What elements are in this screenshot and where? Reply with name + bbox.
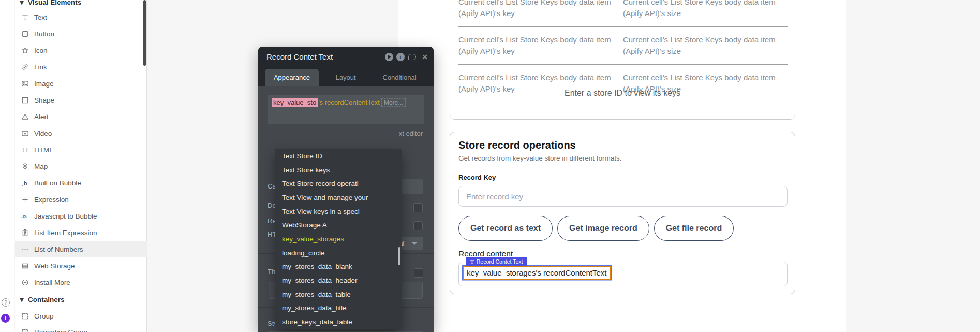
card-subtitle: Get records from key-value store in diff…: [458, 154, 622, 162]
text-expression-field[interactable]: key_value_sto 's recordContentText More.…: [268, 95, 424, 124]
sidebar-section-containers[interactable]: ▾ Containers: [15, 293, 147, 306]
sidebar-item-repeating-group[interactable]: Repeating Group: [15, 324, 147, 332]
key-cell: Current cell's List Store Keys body data…: [458, 0, 624, 19]
preview-play-icon[interactable]: [385, 53, 393, 61]
dropdown-option[interactable]: my_stores_data_table: [275, 287, 402, 301]
sidebar-item-label: Built on Bubble: [34, 179, 81, 187]
get-record-as-text-button[interactable]: Get record as text: [458, 216, 553, 241]
dropdown-option[interactable]: Text Store keys: [275, 163, 402, 177]
sidebar-item-expression[interactable]: Expression: [15, 191, 147, 208]
rich-text-editor-link[interactable]: xt editor: [399, 129, 423, 137]
expression-dynamic-token[interactable]: 's recordContentText: [318, 98, 380, 106]
panel-tabs: AppearanceLayoutConditional: [258, 67, 434, 86]
selected-text-element[interactable]: key_value_storages's recordContentText: [463, 266, 611, 280]
comment-icon[interactable]: [408, 53, 417, 61]
sidebar-item-label: Web Storage: [34, 262, 75, 270]
html-icon: [21, 146, 29, 154]
sidebar-item-link[interactable]: Link: [15, 59, 147, 75]
sidebar-scrollbar[interactable]: [143, 0, 146, 66]
checkbox[interactable]: [414, 268, 423, 278]
panel-header[interactable]: Record Contet Text i ✕: [258, 47, 434, 67]
tab-conditional[interactable]: Conditional: [373, 69, 426, 86]
dropdown-option[interactable]: Text Store ID: [275, 149, 402, 163]
checkbox[interactable]: [413, 221, 423, 230]
shape-icon: [21, 96, 29, 104]
sidebar-item-icon[interactable]: Icon: [15, 42, 147, 59]
dropdown-option[interactable]: Text Store record operati: [275, 177, 402, 191]
sidebar-item-install-more[interactable]: Install More: [15, 274, 147, 291]
sidebar-item-label: Link: [34, 63, 47, 71]
plus-icon: [21, 195, 29, 204]
info-icon[interactable]: i: [396, 53, 405, 61]
sidebar-section-visual-elements[interactable]: ▾ Visual Elements: [15, 0, 147, 8]
caret-down-icon: ▾: [20, 0, 24, 7]
bubble-editor-screen: { "rail": { "help_label": "?", "avatar_l…: [0, 0, 980, 332]
sidebar-item-shape[interactable]: Shape: [15, 92, 147, 108]
size-cell: Current cell's List Store Keys body data…: [623, 34, 789, 57]
text-element-icon: T: [470, 258, 474, 265]
group-icon: [21, 312, 29, 320]
sidebar-item-button[interactable]: Button: [15, 25, 147, 42]
sidebar-item-label: Group: [34, 312, 54, 320]
sidebar-item-list-item-expression[interactable]: List Item Expression: [15, 224, 147, 241]
record-key-label: Record Key: [458, 174, 496, 181]
checkbox[interactable]: [413, 203, 423, 212]
sidebar-item-video[interactable]: Video: [15, 125, 147, 141]
record-buttons-row: Get record as textGet image recordGet fi…: [458, 216, 734, 241]
video-icon: [21, 129, 29, 137]
close-icon[interactable]: ✕: [421, 53, 429, 61]
sidebar-item-label: Text: [34, 13, 47, 21]
sidebar-item-html[interactable]: HTML: [15, 141, 147, 158]
bubble-icon: b: [21, 179, 29, 187]
sidebar-item-label: Repeating Group: [34, 328, 87, 332]
expression-selected-token[interactable]: key_value_sto: [272, 98, 318, 107]
sidebar-item-map[interactable]: Map: [15, 158, 147, 175]
dropdown-scrollbar[interactable]: [398, 247, 400, 265]
panel-title: Record Contet Text: [266, 52, 333, 61]
empty-store-message: Enter a store ID to view its keys: [450, 89, 795, 98]
expression-more-chip[interactable]: More...: [381, 98, 406, 107]
alert-icon: [21, 112, 29, 121]
dropdown-option[interactable]: my_stores_data_header: [275, 273, 402, 287]
sidebar-item-javascript-to-bubble[interactable]: JS Javascript to Bubble: [15, 208, 147, 224]
storage-icon: [21, 262, 29, 270]
sidebar-item-list-of-numbers[interactable]: List of Numbers: [15, 241, 147, 257]
dropdown-option[interactable]: my_stores_data_title: [275, 301, 402, 315]
sidebar-item-built-on-bubble[interactable]: b Built on Bubble: [15, 175, 147, 191]
install-icon: [21, 278, 29, 286]
avatar[interactable]: I: [1, 314, 10, 323]
store-keys-panel: Current cell's List Store Keys body data…: [450, 0, 795, 120]
dropdown-option[interactable]: loading_circle: [275, 246, 402, 260]
svg-text:b: b: [23, 180, 27, 186]
sidebar-item-image[interactable]: Image: [15, 75, 147, 92]
repeating-group-icon: [21, 328, 29, 332]
dropdown-option[interactable]: WebStorage A: [275, 218, 402, 232]
sidebar-item-text[interactable]: Text: [15, 9, 147, 25]
link-icon: [21, 63, 29, 71]
sidebar-item-alert[interactable]: Alert: [15, 108, 147, 125]
sidebar-item-label: List Item Expression: [34, 229, 97, 237]
sidebar-item-web-storage[interactable]: Web Storage: [15, 257, 147, 274]
help-icon[interactable]: ?: [2, 298, 10, 307]
dropdown-option[interactable]: Text View keys in a speci: [275, 205, 402, 219]
get-file-record-button[interactable]: Get file record: [654, 216, 734, 241]
size-cell: Current cell's List Store Keys body data…: [623, 0, 789, 19]
dropdown-option[interactable]: store_keys_data_table: [275, 315, 402, 329]
property-editor-panel: Record Contet Text i ✕ AppearanceLayoutC…: [258, 47, 434, 332]
elements-sidebar: ▾ Visual Elements Text Button Icon Link …: [15, 0, 147, 332]
clipboard-icon: [21, 228, 29, 237]
dropdown-option[interactable]: key_value_storages: [275, 232, 402, 246]
sidebar-item-label: List of Numbers: [34, 246, 83, 253]
store-record-operations-card: Store record operations Get records from…: [450, 132, 795, 294]
section-label: Visual Elements: [28, 0, 81, 6]
sidebar-item-group[interactable]: Group: [15, 308, 147, 324]
record-key-input[interactable]: [458, 186, 788, 207]
tab-layout[interactable]: Layout: [319, 69, 373, 86]
dropdown-option[interactable]: Text View and manage your: [275, 191, 402, 205]
dots-icon: [21, 245, 29, 253]
sidebar-item-label: HTML: [34, 146, 53, 154]
dropdown-option[interactable]: my_stores_data_blank: [275, 260, 402, 274]
tab-appearance[interactable]: Appearance: [265, 69, 319, 86]
sidebar-item-label: Button: [34, 30, 54, 38]
get-image-record-button[interactable]: Get image record: [557, 216, 649, 241]
